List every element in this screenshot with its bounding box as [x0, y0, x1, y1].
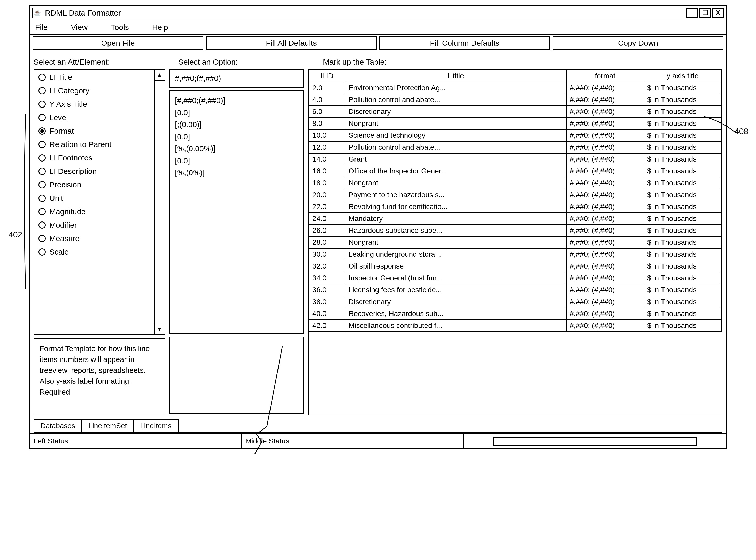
- menu-help[interactable]: Help: [152, 23, 168, 32]
- scroll-down-icon[interactable]: ▼: [155, 323, 165, 334]
- att-item[interactable]: LI Footnotes: [39, 154, 149, 162]
- att-item[interactable]: Relation to Parent: [39, 140, 149, 149]
- table-cell[interactable]: 40.0: [309, 308, 345, 320]
- table-row[interactable]: 14.0Grant#,##0; (#,##0)$ in Thousands: [309, 153, 721, 165]
- radio-icon[interactable]: [39, 101, 46, 108]
- table-row[interactable]: 40.0Recoveries, Hazardous sub...#,##0; (…: [309, 308, 721, 320]
- radio-icon[interactable]: [39, 87, 46, 94]
- option-item[interactable]: [0.0]: [175, 155, 299, 167]
- table-cell[interactable]: $ in Thousands: [644, 82, 721, 94]
- table-cell[interactable]: $ in Thousands: [644, 308, 721, 320]
- table-row[interactable]: 34.0Inspector General (trust fun...#,##0…: [309, 272, 721, 284]
- open-file-button[interactable]: Open File: [33, 36, 203, 50]
- table-cell[interactable]: 30.0: [309, 248, 345, 260]
- maximize-button[interactable]: ❐: [699, 8, 711, 18]
- table-cell[interactable]: 12.0: [309, 141, 345, 153]
- table-cell[interactable]: #,##0; (#,##0): [566, 224, 644, 237]
- table-row[interactable]: 4.0Pollution control and abate...#,##0; …: [309, 94, 721, 106]
- table-cell[interactable]: 42.0: [309, 320, 345, 332]
- close-button[interactable]: X: [712, 8, 724, 18]
- table-cell[interactable]: #,##0; (#,##0): [566, 82, 644, 94]
- option-selected[interactable]: #,##0;(#,##0): [169, 69, 304, 87]
- table-cell[interactable]: Nongrant: [345, 237, 566, 248]
- menu-view[interactable]: View: [71, 23, 87, 32]
- option-item[interactable]: [0.0]: [175, 131, 299, 143]
- table-cell[interactable]: $ in Thousands: [644, 165, 721, 177]
- table-cell[interactable]: #,##0; (#,##0): [566, 153, 644, 165]
- table-header[interactable]: li ID: [309, 70, 345, 82]
- table-cell[interactable]: Science and technology: [345, 129, 566, 141]
- table-row[interactable]: 24.0Mandatory#,##0; (#,##0)$ in Thousand…: [309, 213, 721, 224]
- table-header[interactable]: li title: [345, 70, 566, 82]
- table-cell[interactable]: #,##0; (#,##0): [566, 308, 644, 320]
- table-cell[interactable]: Revolving fund for certificatio...: [345, 201, 566, 213]
- table-row[interactable]: 22.0Revolving fund for certificatio...#,…: [309, 201, 721, 213]
- option-item[interactable]: [%,(0.00%)]: [175, 143, 299, 155]
- data-table[interactable]: li IDli titleformaty axis title 2.0Envir…: [309, 70, 722, 332]
- table-cell[interactable]: #,##0; (#,##0): [566, 141, 644, 153]
- table-cell[interactable]: $ in Thousands: [644, 224, 721, 237]
- table-cell[interactable]: $ in Thousands: [644, 153, 721, 165]
- table-cell[interactable]: 18.0: [309, 177, 345, 189]
- table-cell[interactable]: 26.0: [309, 224, 345, 237]
- table-cell[interactable]: $ in Thousands: [644, 284, 721, 296]
- table-row[interactable]: 10.0Science and technology#,##0; (#,##0)…: [309, 129, 721, 141]
- table-cell[interactable]: Nongrant: [345, 177, 566, 189]
- att-item[interactable]: Unit: [39, 194, 149, 203]
- table-row[interactable]: 28.0Nongrant#,##0; (#,##0)$ in Thousands: [309, 237, 721, 248]
- table-cell[interactable]: #,##0; (#,##0): [566, 237, 644, 248]
- table-cell[interactable]: 38.0: [309, 296, 345, 308]
- table-cell[interactable]: #,##0; (#,##0): [566, 129, 644, 141]
- tab-lineitemset[interactable]: LineItemSet: [81, 419, 134, 433]
- table-cell[interactable]: Pollution control and abate...: [345, 94, 566, 106]
- table-cell[interactable]: #,##0; (#,##0): [566, 260, 644, 272]
- table-cell[interactable]: 8.0: [309, 118, 345, 129]
- fill-column-defaults-button[interactable]: Fill Column Defaults: [379, 36, 550, 50]
- table-row[interactable]: 8.0Nongrant#,##0; (#,##0)$ in Thousands: [309, 118, 721, 129]
- minimize-button[interactable]: _: [686, 8, 698, 18]
- table-cell[interactable]: $ in Thousands: [644, 272, 721, 284]
- copy-down-button[interactable]: Copy Down: [553, 36, 723, 50]
- table-cell[interactable]: Environmental Protection Ag...: [345, 82, 566, 94]
- att-item[interactable]: Precision: [39, 180, 149, 189]
- att-item[interactable]: LI Category: [39, 86, 149, 95]
- table-cell[interactable]: 16.0: [309, 165, 345, 177]
- table-cell[interactable]: #,##0; (#,##0): [566, 201, 644, 213]
- table-cell[interactable]: Hazardous substance supe...: [345, 224, 566, 237]
- table-cell[interactable]: 36.0: [309, 284, 345, 296]
- option-item[interactable]: [#,##0;(#,##0)]: [175, 95, 299, 107]
- table-cell[interactable]: Grant: [345, 153, 566, 165]
- table-row[interactable]: 12.0Pollution control and abate...#,##0;…: [309, 141, 721, 153]
- table-cell[interactable]: Recoveries, Hazardous sub...: [345, 308, 566, 320]
- table-cell[interactable]: 20.0: [309, 189, 345, 201]
- table-cell[interactable]: 6.0: [309, 106, 345, 118]
- table-row[interactable]: 16.0Office of the Inspector Gener...#,##…: [309, 165, 721, 177]
- option-item[interactable]: [;(0.00)]: [175, 119, 299, 131]
- att-item[interactable]: Measure: [39, 234, 149, 243]
- table-row[interactable]: 38.0Discretionary#,##0; (#,##0)$ in Thou…: [309, 296, 721, 308]
- table-cell[interactable]: #,##0; (#,##0): [566, 106, 644, 118]
- table-cell[interactable]: #,##0; (#,##0): [566, 296, 644, 308]
- table-row[interactable]: 6.0Discretionary#,##0; (#,##0)$ in Thous…: [309, 106, 721, 118]
- table-cell[interactable]: $ in Thousands: [644, 141, 721, 153]
- table-cell[interactable]: $ in Thousands: [644, 201, 721, 213]
- table-cell[interactable]: Discretionary: [345, 106, 566, 118]
- table-row[interactable]: 36.0Licensing fees for pesticide...#,##0…: [309, 284, 721, 296]
- table-cell[interactable]: #,##0; (#,##0): [566, 189, 644, 201]
- table-cell[interactable]: #,##0; (#,##0): [566, 165, 644, 177]
- option-item[interactable]: [0.0]: [175, 107, 299, 119]
- table-cell[interactable]: #,##0; (#,##0): [566, 94, 644, 106]
- att-item[interactable]: Magnitude: [39, 207, 149, 216]
- table-cell[interactable]: 28.0: [309, 237, 345, 248]
- table-row[interactable]: 26.0Hazardous substance supe...#,##0; (#…: [309, 224, 721, 237]
- table-cell[interactable]: #,##0; (#,##0): [566, 248, 644, 260]
- table-cell[interactable]: $ in Thousands: [644, 177, 721, 189]
- table-cell[interactable]: #,##0; (#,##0): [566, 284, 644, 296]
- menu-file[interactable]: File: [35, 23, 47, 32]
- table-row[interactable]: 20.0Payment to the hazardous s...#,##0; …: [309, 189, 721, 201]
- table-cell[interactable]: $ in Thousands: [644, 213, 721, 224]
- scroll-track[interactable]: [155, 81, 165, 323]
- table-cell[interactable]: $ in Thousands: [644, 237, 721, 248]
- att-item[interactable]: Modifier: [39, 221, 149, 229]
- table-cell[interactable]: 2.0: [309, 82, 345, 94]
